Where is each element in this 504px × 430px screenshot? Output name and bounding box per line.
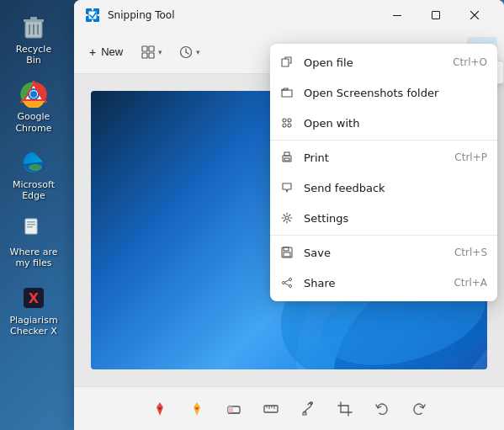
menu-item-open-file[interactable]: Open file Ctrl+O — [270, 47, 497, 77]
snip-chevron-icon: ▾ — [158, 48, 162, 56]
share-shortcut: Ctrl+A — [454, 277, 487, 289]
plus-icon: + — [89, 45, 96, 59]
svg-rect-23 — [393, 15, 401, 16]
svg-point-38 — [283, 119, 286, 122]
print-label: Print — [304, 151, 444, 164]
svg-point-45 — [285, 216, 289, 220]
save-shortcut: Ctrl+S — [454, 247, 487, 258]
menu-item-settings[interactable]: Settings — [270, 203, 497, 233]
highlighter-button[interactable] — [180, 392, 214, 426]
maximize-button[interactable] — [416, 2, 455, 29]
svg-rect-27 — [142, 46, 147, 51]
svg-rect-47 — [284, 247, 289, 251]
touch-writing-button[interactable] — [291, 392, 325, 426]
share-label: Share — [304, 277, 443, 289]
desktop-icons-area: Recycle Bin Google Chrome — [0, 0, 67, 430]
svg-point-50 — [289, 285, 292, 288]
svg-rect-24 — [432, 12, 440, 19]
svg-rect-65 — [264, 406, 278, 412]
svg-rect-63 — [228, 406, 233, 413]
ruler-button[interactable] — [254, 392, 288, 426]
settings-label: Settings — [304, 212, 487, 225]
save-label: Save — [304, 247, 444, 259]
delay-chevron-icon: ▾ — [196, 48, 200, 56]
eraser-button[interactable] — [217, 392, 251, 426]
desktop: Recycle Bin Google Chrome — [0, 0, 504, 430]
svg-rect-13 — [27, 221, 35, 223]
redo-icon — [411, 401, 427, 417]
svg-point-40 — [283, 124, 286, 127]
svg-point-41 — [288, 124, 291, 127]
highlighter-icon — [188, 401, 205, 417]
open-file-shortcut: Ctrl+O — [453, 56, 487, 68]
svg-point-51 — [283, 282, 285, 284]
svg-rect-44 — [284, 158, 289, 161]
window-title: Snipping Tool — [108, 9, 378, 21]
desktop-icon-files[interactable]: Where are my files — [4, 211, 63, 272]
chrome-label: Google Chrome — [8, 111, 60, 133]
close-button[interactable] — [455, 2, 494, 29]
svg-line-52 — [285, 280, 289, 282]
menu-item-open-with[interactable]: Open with — [270, 108, 497, 138]
new-button[interactable]: + New — [81, 37, 131, 67]
ruler-icon — [263, 401, 279, 417]
redo-button[interactable] — [402, 392, 436, 426]
ballpoint-pen-button[interactable] — [143, 392, 177, 426]
snip-icon — [141, 45, 155, 59]
open-screenshots-label: Open Screenshots folder — [304, 87, 487, 99]
snipping-tool-window: Snipping Tool + New — [74, 0, 504, 430]
print-shortcut: Ctrl+P — [454, 151, 487, 163]
menu-divider-2 — [270, 235, 497, 236]
recycle-bin-icon — [19, 12, 49, 42]
new-label: New — [101, 45, 123, 58]
svg-line-53 — [285, 284, 289, 285]
edge-icon — [19, 147, 49, 178]
open-with-label: Open with — [304, 117, 487, 130]
plagiarism-icon: X — [19, 283, 49, 313]
menu-item-send-feedback[interactable]: Send feedback — [270, 173, 497, 203]
delay-dropdown[interactable]: ▾ — [172, 37, 207, 67]
svg-point-11 — [29, 164, 42, 171]
app-icon — [84, 7, 101, 24]
open-with-icon — [280, 116, 294, 130]
svg-rect-1 — [24, 19, 44, 22]
svg-rect-14 — [27, 224, 35, 226]
open-file-label: Open file — [304, 56, 443, 69]
ballpoint-pen-icon — [151, 401, 168, 417]
svg-rect-30 — [149, 53, 154, 58]
menu-item-share[interactable]: Share Ctrl+A — [270, 268, 497, 298]
svg-point-39 — [288, 119, 291, 122]
chrome-icon — [19, 79, 49, 109]
svg-rect-2 — [30, 17, 37, 19]
edge-label: Microsoft Edge — [8, 179, 60, 201]
svg-rect-15 — [27, 226, 33, 228]
undo-icon — [374, 401, 390, 417]
svg-text:X: X — [29, 290, 40, 306]
send-feedback-label: Send feedback — [304, 182, 487, 194]
menu-item-print[interactable]: Print Ctrl+P — [270, 142, 497, 173]
menu-item-open-screenshots[interactable]: Open Screenshots folder — [270, 77, 497, 108]
svg-rect-37 — [282, 59, 289, 66]
settings-icon — [280, 211, 294, 225]
svg-rect-28 — [149, 46, 154, 51]
desktop-icon-recycle-bin[interactable]: Recycle Bin — [4, 8, 63, 69]
title-bar: Snipping Tool — [74, 0, 504, 30]
undo-button[interactable] — [365, 392, 399, 426]
desktop-icon-chrome[interactable]: Google Chrome — [4, 76, 63, 136]
desktop-icon-edge[interactable]: Microsoft Edge — [4, 144, 63, 204]
svg-point-10 — [30, 91, 37, 98]
eraser-icon — [225, 401, 242, 417]
plagiarism-label: Plagiarism Checker X — [8, 315, 60, 337]
svg-rect-48 — [284, 252, 290, 257]
crop-button[interactable] — [328, 392, 362, 426]
crop-icon — [337, 401, 353, 417]
desktop-icon-plagiarism[interactable]: X Plagiarism Checker X — [4, 279, 63, 340]
snip-mode-dropdown[interactable]: ▾ — [135, 37, 169, 67]
menu-item-save[interactable]: Save Ctrl+S — [270, 237, 497, 268]
svg-line-33 — [186, 52, 188, 54]
share-icon — [280, 276, 294, 289]
bottom-toolbar — [74, 386, 504, 430]
print-icon — [280, 151, 294, 164]
minimize-button[interactable] — [378, 2, 416, 29]
window-controls — [378, 2, 494, 29]
